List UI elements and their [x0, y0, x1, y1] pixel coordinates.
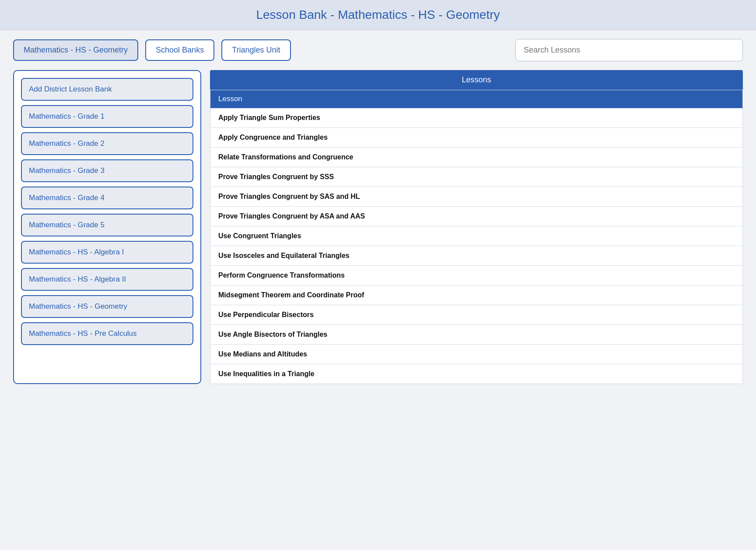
lesson-cell: Use Medians and Altitudes: [210, 345, 743, 364]
table-row[interactable]: Prove Triangles Congruent by ASA and AAS: [210, 207, 743, 226]
table-row[interactable]: Prove Triangles Congruent by SAS and HL: [210, 187, 743, 207]
table-row[interactable]: Perform Congruence Transformations: [210, 266, 743, 286]
table-row[interactable]: Use Inequalities in a Triangle: [210, 364, 743, 384]
lesson-cell: Use Congruent Triangles: [210, 226, 743, 246]
lessons-column-header: Lesson: [210, 90, 743, 108]
right-panel: Lessons Lesson Apply Triangle Sum Proper…: [210, 70, 743, 384]
bank-item-math-hs-algebra2[interactable]: Mathematics - HS - Algebra II: [21, 268, 193, 291]
toolbar: Mathematics - HS - Geometry School Banks…: [0, 30, 756, 70]
lesson-cell: Prove Triangles Congruent by SSS: [210, 167, 743, 187]
table-row[interactable]: Apply Triangle Sum Properties: [210, 108, 743, 128]
table-row[interactable]: Use Isosceles and Equilateral Triangles: [210, 246, 743, 266]
table-row[interactable]: Apply Congruence and Triangles: [210, 128, 743, 148]
bank-item-math-grade-3[interactable]: Mathematics - Grade 3: [21, 159, 193, 182]
lesson-cell: Use Angle Bisectors of Triangles: [210, 325, 743, 345]
table-row[interactable]: Midsegment Theorem and Coordinate Proof: [210, 286, 743, 305]
search-input[interactable]: [515, 39, 743, 61]
main-content: Add District Lesson BankMathematics - Gr…: [0, 70, 756, 397]
table-row[interactable]: Use Angle Bisectors of Triangles: [210, 325, 743, 345]
lesson-cell: Midsegment Theorem and Coordinate Proof: [210, 286, 743, 305]
lesson-cell: Use Perpendicular Bisectors: [210, 305, 743, 325]
table-row[interactable]: Relate Transformations and Congruence: [210, 148, 743, 167]
current-bank-button[interactable]: Mathematics - HS - Geometry: [13, 39, 138, 61]
search-wrapper: [515, 39, 743, 61]
bank-item-math-grade-5[interactable]: Mathematics - Grade 5: [21, 214, 193, 236]
lesson-cell: Apply Congruence and Triangles: [210, 128, 743, 148]
bank-item-math-hs-precalc[interactable]: Mathematics - HS - Pre Calculus: [21, 322, 193, 345]
bank-item-math-hs-algebra1[interactable]: Mathematics - HS - Algebra I: [21, 241, 193, 264]
lesson-cell: Use Inequalities in a Triangle: [210, 364, 743, 384]
lesson-cell: Perform Congruence Transformations: [210, 266, 743, 286]
page-header: Lesson Bank - Mathematics - HS - Geometr…: [0, 0, 756, 30]
lesson-cell: Apply Triangle Sum Properties: [210, 108, 743, 128]
table-row[interactable]: Use Congruent Triangles: [210, 226, 743, 246]
lesson-cell: Prove Triangles Congruent by SAS and HL: [210, 187, 743, 207]
lesson-cell: Relate Transformations and Congruence: [210, 148, 743, 167]
lessons-table: Lesson Apply Triangle Sum PropertiesAppl…: [210, 90, 743, 384]
left-panel: Add District Lesson BankMathematics - Gr…: [13, 70, 201, 384]
bank-item-math-hs-geometry[interactable]: Mathematics - HS - Geometry: [21, 295, 193, 318]
bank-item-add-district[interactable]: Add District Lesson Bank: [21, 78, 193, 101]
table-row[interactable]: Use Medians and Altitudes: [210, 345, 743, 364]
lesson-cell: Use Isosceles and Equilateral Triangles: [210, 246, 743, 266]
table-row[interactable]: Use Perpendicular Bisectors: [210, 305, 743, 325]
school-banks-button[interactable]: School Banks: [145, 39, 214, 61]
unit-button[interactable]: Triangles Unit: [221, 39, 290, 61]
bank-item-math-grade-1[interactable]: Mathematics - Grade 1: [21, 105, 193, 128]
bank-item-math-grade-2[interactable]: Mathematics - Grade 2: [21, 132, 193, 155]
table-row[interactable]: Prove Triangles Congruent by SSS: [210, 167, 743, 187]
lesson-cell: Prove Triangles Congruent by ASA and AAS: [210, 207, 743, 226]
page-title: Lesson Bank - Mathematics - HS - Geometr…: [0, 8, 756, 22]
bank-item-math-grade-4[interactable]: Mathematics - Grade 4: [21, 187, 193, 209]
lessons-header: Lessons: [210, 70, 743, 90]
